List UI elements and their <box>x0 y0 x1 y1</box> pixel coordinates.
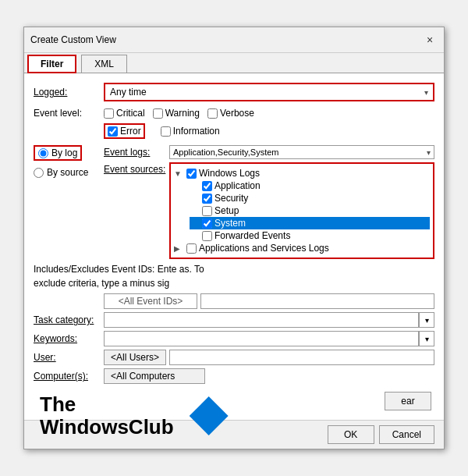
user-row: User: <All Users> <box>34 350 434 365</box>
event-logs-select[interactable]: Application,Security,System ▾ <box>169 145 434 159</box>
clear-button[interactable]: ear <box>385 392 431 410</box>
by-source-label: By source <box>47 167 88 178</box>
tree-apps-services[interactable]: ▶ Applications and Services Logs <box>174 242 430 254</box>
tree-security[interactable]: Security <box>190 192 430 204</box>
forwarded-label: Forwarded Events <box>214 230 290 241</box>
logged-value: Any time <box>110 87 147 98</box>
tab-bar: Filter XML <box>24 55 444 73</box>
event-id-input[interactable] <box>200 293 434 309</box>
warning-checkbox[interactable] <box>153 108 163 119</box>
logged-select[interactable]: Any time ▾ <box>104 83 434 101</box>
event-level-label: Event level: <box>34 108 104 119</box>
keywords-input[interactable] <box>104 331 419 346</box>
apps-services-label: Applications and Services Logs <box>199 243 329 254</box>
critical-checkbox[interactable] <box>104 108 114 119</box>
tree-windows-logs[interactable]: ▼ Windows Logs <box>174 167 430 179</box>
system-label: System <box>214 218 246 229</box>
event-logs-row: Event logs: Application,Security,System … <box>104 145 434 159</box>
cancel-button[interactable]: Cancel <box>379 425 434 444</box>
event-logs-arrow-icon: ▾ <box>427 148 431 157</box>
error-label: Error <box>120 126 141 137</box>
title-bar: Create Custom View × <box>24 27 444 53</box>
bas-text: as. To <box>179 264 204 275</box>
all-users[interactable]: <All Users> <box>104 350 166 365</box>
tree-setup[interactable]: Setup <box>190 204 430 217</box>
task-category-dropdown[interactable]: ▾ <box>419 312 434 328</box>
windows-logs-checkbox[interactable] <box>186 169 197 179</box>
create-custom-view-dialog: Create Custom View × Filter XML Logged: … <box>23 27 445 449</box>
computer-row: Computer(s): <All Computers <box>34 368 434 384</box>
event-sources-label: Event sources: <box>104 162 166 175</box>
task-category-row: Task category: ▾ <box>34 312 434 328</box>
warning-label: Warning <box>165 108 200 119</box>
user-label: User: <box>34 352 104 363</box>
expand-icon: ▼ <box>174 169 185 178</box>
by-source-radio-item: By source <box>34 167 104 178</box>
tree-application[interactable]: Application <box>190 179 430 192</box>
keywords-label: Keywords: <box>34 333 104 344</box>
watermark-line2: WindowsClub <box>40 416 174 439</box>
application-label: Application <box>214 180 261 191</box>
critical-label: Critical <box>116 108 145 119</box>
keywords-row: Keywords: ▾ <box>34 331 434 346</box>
tree-panel: ▼ Windows Logs Application <box>169 162 434 259</box>
right-column: Event logs: Application,Security,System … <box>104 145 434 259</box>
user-input[interactable] <box>169 350 434 365</box>
windows-logs-label: Windows Logs <box>199 168 260 179</box>
logged-row: Logged: Any time ▾ <box>34 83 434 101</box>
tree-system[interactable]: System <box>190 217 430 229</box>
watermark-text: The WindowsClub <box>40 393 174 438</box>
by-source-radio[interactable] <box>34 168 44 178</box>
computer-label: Computer(s): <box>34 371 104 382</box>
security-checkbox[interactable] <box>202 194 212 204</box>
information-label: Information <box>173 126 220 137</box>
logged-label: Logged: <box>34 87 104 98</box>
by-log-radio-container: By log <box>34 145 82 161</box>
by-log-radio[interactable] <box>38 148 48 158</box>
apps-services-checkbox[interactable] <box>186 243 197 254</box>
event-level-row: Event level: Critical Warning Verbose <box>34 108 434 119</box>
task-category-input[interactable] <box>104 312 419 328</box>
dialog-title: Create Custom View <box>30 34 116 45</box>
event-sources-row: Event sources: ▼ Windows Logs Applica <box>104 162 434 259</box>
filter-content: Logged: Any time ▾ Event level: Critical… <box>24 73 444 419</box>
close-button[interactable]: × <box>422 32 438 48</box>
task-category-label: Task category: <box>34 314 104 325</box>
all-computers[interactable]: <All Computers <box>104 368 205 384</box>
tab-xml[interactable]: XML <box>81 55 127 73</box>
verbose-label: Verbose <box>220 108 254 119</box>
ok-button[interactable]: OK <box>328 425 374 444</box>
keywords-dropdown[interactable]: ▾ <box>419 331 434 346</box>
expand-icon2: ▶ <box>174 244 185 253</box>
radio-column: By log By source <box>34 145 104 181</box>
level-verbose: Verbose <box>207 108 254 119</box>
excludes-text: exclude criteria, type a minus sig <box>34 278 169 289</box>
event-level-row2: Error Information <box>104 123 434 139</box>
system-checkbox[interactable] <box>202 218 212 229</box>
setup-label: Setup <box>214 205 239 216</box>
level-error: Error <box>104 123 145 139</box>
event-logs-value: Application,Security,System <box>173 147 279 157</box>
includes-row: Includes/Excludes Event IDs: Ente as. To <box>34 264 434 275</box>
all-event-ids[interactable]: <All Event IDs> <box>104 293 197 309</box>
by-log-label: By log <box>51 147 77 158</box>
tab-filter[interactable]: Filter <box>27 55 76 73</box>
information-checkbox[interactable] <box>161 126 171 137</box>
security-label: Security <box>214 193 248 204</box>
tree-forwarded[interactable]: Forwarded Events <box>190 229 430 242</box>
level-warning: Warning <box>153 108 200 119</box>
event-logs-label: Event logs: <box>104 147 166 158</box>
application-checkbox[interactable] <box>202 181 212 191</box>
forwarded-checkbox[interactable] <box>202 231 212 241</box>
setup-checkbox[interactable] <box>202 206 212 216</box>
event-ids-row: <All Event IDs> <box>34 293 434 309</box>
verbose-checkbox[interactable] <box>207 108 218 119</box>
logged-arrow-icon: ▾ <box>424 88 428 97</box>
level-critical: Critical <box>104 108 145 119</box>
by-log-radio-item: By log <box>34 145 104 161</box>
watermark-line1: The <box>40 393 174 416</box>
level-information: Information <box>161 126 220 137</box>
error-checkbox[interactable] <box>108 126 118 137</box>
includes-text: Includes/Excludes Event IDs: Ente <box>34 264 176 275</box>
excludes-row: exclude criteria, type a minus sig <box>34 278 434 289</box>
